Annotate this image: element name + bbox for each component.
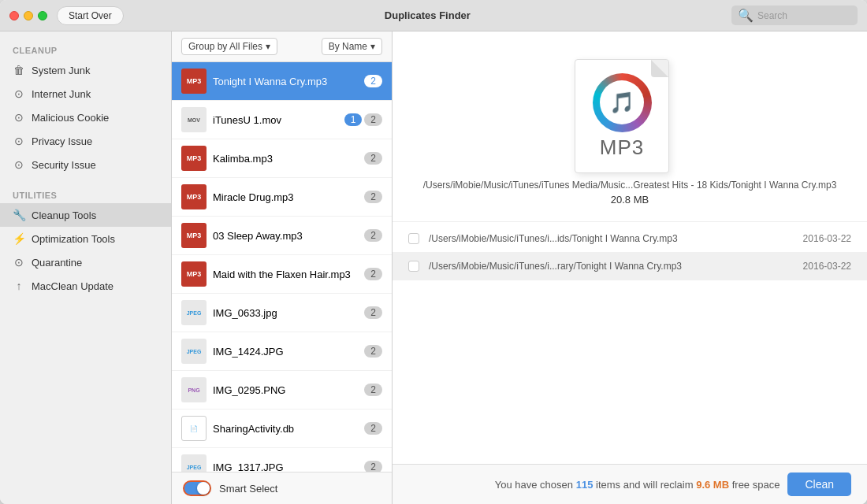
list-item[interactable]: MP3 Maid with the Flaxen Hair.mp3 2: [172, 255, 392, 294]
chevron-down-icon: ▾: [370, 41, 375, 52]
minimize-button[interactable]: [24, 11, 33, 20]
detail-file-size: 20.8 MB: [611, 194, 649, 206]
smart-select-label: Smart Select: [219, 483, 277, 495]
status-count: 115: [576, 479, 594, 491]
file-type-icon: MP3: [181, 184, 207, 209]
quarantine-icon: ⊙: [13, 256, 25, 269]
file-count: 2: [364, 306, 382, 319]
file-name: Miracle Drug.mp3: [213, 191, 358, 203]
sidebar-item-label: Cleanup Tools: [32, 209, 96, 221]
detail-preview: 🎵 MP3 /Users/iMobie/Music/iTunes/iTunes …: [393, 32, 867, 222]
lightning-icon: ⚡: [13, 232, 25, 245]
traffic-lights: [9, 11, 47, 20]
sidebar-item-privacy-issue[interactable]: ⊙ Privacy Issue: [0, 129, 171, 153]
search-input[interactable]: [757, 10, 852, 21]
file-count: 2: [364, 75, 382, 87]
file-type-icon: JPEG: [181, 454, 207, 472]
trash-icon: 🗑: [13, 64, 25, 76]
dup-checkbox[interactable]: [408, 261, 419, 272]
file-count: 2: [364, 422, 382, 435]
by-name-label: By Name: [329, 41, 367, 52]
list-item[interactable]: JPEG IMG_1424.JPG 2: [172, 332, 392, 371]
list-item[interactable]: MP3 Kalimba.mp3 2: [172, 139, 392, 178]
wrench-icon: 🔧: [13, 209, 25, 221]
paper-corner-fold: [651, 60, 668, 77]
file-count: 2: [364, 191, 382, 203]
file-type-icon: 📄: [181, 416, 207, 441]
update-icon: ↑: [13, 280, 25, 292]
start-over-button[interactable]: Start Over: [57, 6, 124, 25]
file-name: Maid with the Flaxen Hair.mp3: [213, 269, 358, 280]
status-text-before: You have chosen: [495, 479, 573, 491]
list-item[interactable]: MP3 Tonight I Wanna Cry.mp3 2: [172, 62, 392, 101]
close-button[interactable]: [9, 11, 19, 20]
file-type-icon: MP3: [181, 69, 207, 94]
file-count: 2: [364, 229, 382, 242]
dup-path: /Users/iMobie/Music/iTunes/i...ids/Tonig…: [429, 233, 794, 244]
list-item[interactable]: MP3 Miracle Drug.mp3 2: [172, 178, 392, 217]
sidebar-item-security-issue[interactable]: ⊙ Security Issue: [0, 153, 171, 176]
smart-select-bar: Smart Select: [172, 472, 392, 504]
security-icon: ⊙: [13, 158, 25, 171]
file-count-1: 1: [344, 113, 363, 126]
list-item[interactable]: JPEG IMG_1317.JPG 2: [172, 448, 392, 472]
file-list-items: MP3 Tonight I Wanna Cry.mp3 2 MOV iTunes…: [172, 62, 392, 472]
globe-icon: ⊙: [13, 87, 25, 100]
list-item[interactable]: JPEG IMG_0633.jpg 2: [172, 294, 392, 332]
by-name-button[interactable]: By Name ▾: [322, 38, 382, 55]
list-item[interactable]: PNG IMG_0295.PNG 2: [172, 371, 392, 410]
sidebar-item-internet-junk[interactable]: ⊙ Internet Junk: [0, 82, 171, 106]
sidebar-item-quarantine[interactable]: ⊙ Quarantine: [0, 250, 171, 274]
file-name: Kalimba.mp3: [213, 153, 358, 165]
status-text: You have chosen 115 items and will recla…: [495, 479, 780, 491]
detail-file-path: /Users/iMobie/Music/iTunes/iTunes Media/…: [423, 180, 837, 191]
group-by-button[interactable]: Group by All Files ▾: [181, 38, 277, 55]
sidebar-item-label: Security Issue: [32, 159, 96, 171]
file-type-icon: PNG: [181, 377, 207, 402]
status-bar: You have chosen 115 items and will recla…: [393, 464, 867, 504]
file-type-icon: MOV: [181, 107, 207, 132]
dup-path: /Users/iMobie/Music/iTunes/i...rary/Toni…: [429, 261, 794, 272]
search-bar[interactable]: 🔍: [731, 6, 858, 25]
sidebar-item-label: Malicious Cookie: [32, 112, 109, 124]
smart-select-toggle[interactable]: [183, 480, 211, 496]
cleanup-section-label: Cleanup: [0, 39, 171, 58]
dup-checkbox[interactable]: [408, 233, 419, 244]
file-name: IMG_0295.PNG: [213, 384, 358, 396]
file-type-icon: MP3: [181, 261, 207, 287]
file-count: 2: [364, 461, 382, 472]
file-count-2: 2: [364, 113, 382, 126]
duplicate-row: /Users/iMobie/Music/iTunes/i...rary/Toni…: [393, 253, 867, 280]
duplicate-row: /Users/iMobie/Music/iTunes/i...ids/Tonig…: [393, 225, 867, 253]
mp3-file-type-label: MP3: [600, 135, 644, 160]
sidebar-item-macclean-update[interactable]: ↑ MacClean Update: [0, 274, 171, 298]
list-item[interactable]: 📄 SharingActivity.db 2: [172, 410, 392, 448]
sidebar-item-label: Quarantine: [32, 257, 82, 269]
sidebar: Cleanup 🗑 System Junk ⊙ Internet Junk ⊙ …: [0, 32, 172, 504]
sidebar-item-cleanup-tools[interactable]: 🔧 Cleanup Tools: [0, 203, 171, 227]
duplicate-rows: /Users/iMobie/Music/iTunes/i...ids/Tonig…: [393, 222, 867, 464]
file-list-panel: Group by All Files ▾ By Name ▾ MP3 Tonig…: [172, 32, 393, 504]
sidebar-item-optimization-tools[interactable]: ⚡ Optimization Tools: [0, 227, 171, 250]
file-name: IMG_1317.JPG: [213, 461, 358, 472]
sidebar-item-label: System Junk: [32, 65, 90, 76]
privacy-icon: ⊙: [13, 135, 25, 147]
sidebar-item-system-junk[interactable]: 🗑 System Junk: [0, 58, 171, 82]
file-type-icon: MP3: [181, 223, 207, 248]
sidebar-item-label: Internet Junk: [32, 88, 91, 100]
maximize-button[interactable]: [38, 11, 47, 20]
titlebar: Start Over Duplicates Finder 🔍: [0, 0, 867, 32]
file-name: 03 Sleep Away.mp3: [213, 230, 358, 242]
file-preview-icon: 🎵 MP3: [575, 47, 685, 173]
file-type-icon: MP3: [181, 146, 207, 171]
file-name: IMG_0633.jpg: [213, 307, 358, 319]
status-text-middle: items and will reclaim: [596, 479, 694, 491]
main-content: Cleanup 🗑 System Junk ⊙ Internet Junk ⊙ …: [0, 32, 867, 504]
sidebar-item-malicious-cookie[interactable]: ⊙ Malicious Cookie: [0, 106, 171, 129]
list-item[interactable]: MP3 03 Sleep Away.mp3 2: [172, 217, 392, 255]
sidebar-item-label: Privacy Issue: [32, 135, 92, 147]
clean-button[interactable]: Clean: [787, 472, 851, 496]
music-note-circle: 🎵: [593, 73, 652, 132]
list-item[interactable]: MOV iTunesU 1.mov 1 2: [172, 101, 392, 139]
sidebar-item-label: Optimization Tools: [32, 233, 115, 245]
